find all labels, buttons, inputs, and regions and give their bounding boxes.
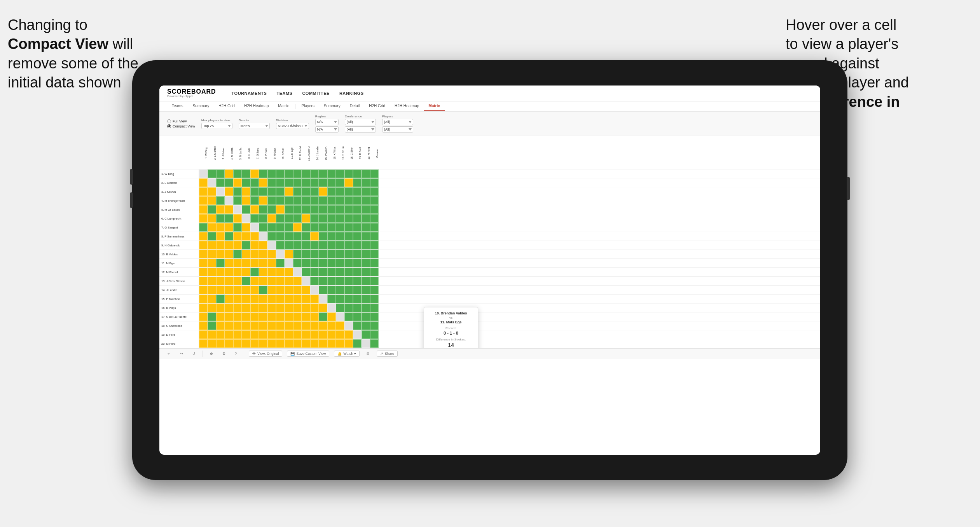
matrix-cell[interactable] xyxy=(267,312,276,321)
matrix-cell[interactable] xyxy=(250,214,259,223)
matrix-cell[interactable] xyxy=(259,214,267,223)
matrix-cell[interactable] xyxy=(259,312,267,321)
matrix-cell[interactable] xyxy=(327,232,336,241)
matrix-cell[interactable] xyxy=(327,205,336,214)
matrix-cell[interactable] xyxy=(327,196,336,205)
tab-teams[interactable]: Teams xyxy=(167,101,188,111)
matrix-cell[interactable] xyxy=(225,223,233,232)
matrix-cell[interactable] xyxy=(310,250,319,258)
matrix-cell[interactable] xyxy=(302,232,310,241)
matrix-cell[interactable] xyxy=(216,241,225,250)
matrix-cell[interactable] xyxy=(225,321,233,330)
matrix-cell[interactable] xyxy=(250,232,259,241)
matrix-cell[interactable] xyxy=(336,295,344,303)
matrix-cell[interactable] xyxy=(353,312,362,321)
matrix-cell[interactable] xyxy=(310,169,319,178)
matrix-cell[interactable] xyxy=(216,232,225,241)
matrix-cell[interactable] xyxy=(267,286,276,294)
matrix-cell[interactable] xyxy=(370,312,379,321)
matrix-cell[interactable] xyxy=(370,196,379,205)
matrix-cell[interactable] xyxy=(362,321,370,330)
matrix-cell[interactable] xyxy=(276,250,285,258)
matrix-cell[interactable] xyxy=(225,241,233,250)
matrix-cell[interactable] xyxy=(319,250,327,258)
matrix-cell[interactable] xyxy=(225,259,233,267)
matrix-cell[interactable] xyxy=(310,286,319,294)
matrix-cell[interactable] xyxy=(208,339,216,348)
matrix-cell[interactable] xyxy=(353,250,362,258)
matrix-cell[interactable] xyxy=(267,321,276,330)
full-view-radio[interactable]: Full View xyxy=(167,119,195,123)
matrix-cell[interactable] xyxy=(336,321,344,330)
matrix-cell[interactable] xyxy=(208,205,216,214)
matrix-cell[interactable] xyxy=(199,286,208,294)
matrix-cell[interactable] xyxy=(276,178,285,187)
matrix-cell[interactable] xyxy=(344,339,353,348)
matrix-cell[interactable] xyxy=(344,205,353,214)
matrix-cell[interactable] xyxy=(250,339,259,348)
matrix-cell[interactable] xyxy=(216,339,225,348)
matrix-cell[interactable] xyxy=(276,268,285,276)
matrix-cell[interactable] xyxy=(276,321,285,330)
matrix-cell[interactable] xyxy=(233,187,242,196)
matrix-cell[interactable] xyxy=(293,268,302,276)
matrix-cell[interactable] xyxy=(353,187,362,196)
matrix-cell[interactable] xyxy=(370,339,379,348)
matrix-cell[interactable] xyxy=(242,241,250,250)
matrix-cell[interactable] xyxy=(344,232,353,241)
matrix-cell[interactable] xyxy=(362,304,370,312)
matrix-cell[interactable] xyxy=(353,330,362,339)
help-button[interactable]: ? xyxy=(232,351,239,356)
matrix-cell[interactable] xyxy=(302,205,310,214)
matrix-cell[interactable] xyxy=(344,250,353,258)
matrix-cell[interactable] xyxy=(285,205,293,214)
tab-h2h-grid[interactable]: H2H Grid xyxy=(214,101,239,111)
tab-players[interactable]: Players xyxy=(297,101,319,111)
matrix-cell[interactable] xyxy=(319,295,327,303)
matrix-cell[interactable] xyxy=(344,277,353,285)
tab-detail[interactable]: Detail xyxy=(345,101,365,111)
matrix-cell[interactable] xyxy=(199,259,208,267)
matrix-cell[interactable] xyxy=(302,295,310,303)
matrix-cell[interactable] xyxy=(293,277,302,285)
matrix-cell[interactable] xyxy=(336,232,344,241)
matrix-cell[interactable] xyxy=(233,178,242,187)
matrix-cell[interactable] xyxy=(302,339,310,348)
matrix-cell[interactable] xyxy=(285,268,293,276)
matrix-cell[interactable] xyxy=(362,232,370,241)
matrix-cell[interactable] xyxy=(225,312,233,321)
tab-matrix-active[interactable]: Matrix xyxy=(424,101,444,111)
matrix-cell[interactable] xyxy=(242,214,250,223)
matrix-cell[interactable] xyxy=(310,277,319,285)
matrix-cell[interactable] xyxy=(233,277,242,285)
matrix-cell[interactable] xyxy=(259,330,267,339)
matrix-cell[interactable] xyxy=(293,339,302,348)
matrix-cell[interactable] xyxy=(293,205,302,214)
matrix-cell[interactable] xyxy=(362,250,370,258)
matrix-cell[interactable] xyxy=(233,312,242,321)
matrix-cell[interactable] xyxy=(327,339,336,348)
matrix-cell[interactable] xyxy=(208,321,216,330)
matrix-cell[interactable] xyxy=(242,295,250,303)
matrix-cell[interactable] xyxy=(370,277,379,285)
matrix-cell[interactable] xyxy=(353,295,362,303)
matrix-cell[interactable] xyxy=(250,295,259,303)
matrix-cell[interactable] xyxy=(233,214,242,223)
tab-summary[interactable]: Summary xyxy=(188,101,214,111)
matrix-cell[interactable] xyxy=(259,304,267,312)
matrix-cell[interactable] xyxy=(225,268,233,276)
matrix-cell[interactable] xyxy=(208,232,216,241)
matrix-cell[interactable] xyxy=(233,259,242,267)
tab-matrix[interactable]: Matrix xyxy=(273,101,293,111)
matrix-cell[interactable] xyxy=(199,223,208,232)
matrix-cell[interactable] xyxy=(336,259,344,267)
matrix-cell[interactable] xyxy=(370,304,379,312)
matrix-cell[interactable] xyxy=(370,268,379,276)
matrix-cell[interactable] xyxy=(336,223,344,232)
matrix-cell[interactable] xyxy=(353,214,362,223)
matrix-cell[interactable] xyxy=(276,304,285,312)
matrix-cell[interactable] xyxy=(285,250,293,258)
matrix-cell[interactable] xyxy=(208,169,216,178)
matrix-cell[interactable] xyxy=(199,187,208,196)
matrix-cell[interactable] xyxy=(362,295,370,303)
